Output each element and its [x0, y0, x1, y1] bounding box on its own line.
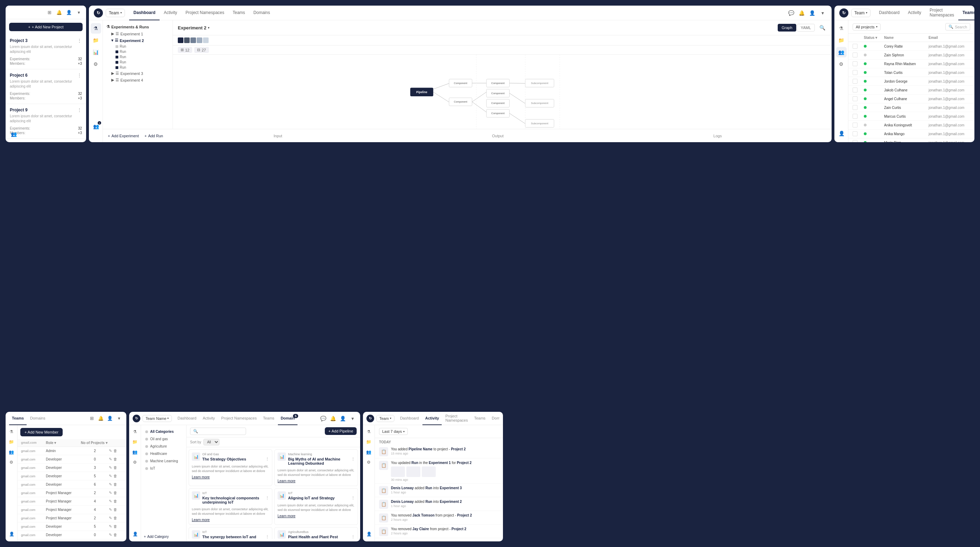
delete-icon[interactable]: 🗑: [113, 524, 117, 529]
team-selector[interactable]: Team ▾: [106, 9, 125, 17]
project-menu-3[interactable]: ⋮: [77, 38, 82, 43]
delete-icon[interactable]: 🗑: [113, 533, 117, 537]
search-icon[interactable]: 🔍: [818, 23, 827, 32]
graph-view-button[interactable]: Graph: [778, 24, 796, 32]
teams-tab-teams[interactable]: Teams: [958, 6, 974, 20]
domain-team-selector[interactable]: Team Name ▾: [142, 415, 172, 422]
col-name[interactable]: Name: [884, 36, 926, 40]
teams-sidebar-bottom-icon[interactable]: 👤: [836, 128, 846, 139]
domain-tab-activity[interactable]: Activity: [200, 412, 218, 425]
domain-notif-icon[interactable]: 🔔: [329, 414, 337, 423]
edit-icon[interactable]: ✎: [109, 507, 112, 512]
activity-team-selector[interactable]: Team ▾: [376, 415, 395, 422]
add-experiment-link[interactable]: + Add Experiment: [108, 134, 139, 138]
teams-tab-activity[interactable]: Activity: [904, 6, 925, 20]
add-run-link[interactable]: + Add Run: [145, 134, 163, 138]
ds-icon-1[interactable]: ⚗: [130, 427, 140, 436]
tab-domains[interactable]: Domains: [249, 6, 274, 20]
members-user-icon[interactable]: 👤: [106, 415, 114, 422]
edit-icon[interactable]: ✎: [109, 541, 112, 541]
card-menu[interactable]: ⋮: [351, 457, 355, 462]
domain-tab-domain[interactable]: Domain 5: [278, 412, 298, 425]
edit-icon[interactable]: ✎: [109, 499, 112, 504]
delete-icon[interactable]: 🗑: [113, 516, 117, 520]
domain-search-input[interactable]: 🔍: [190, 427, 246, 435]
domain-category-item[interactable]: Machine Learning: [141, 457, 186, 465]
edit-icon[interactable]: ✎: [109, 482, 112, 487]
card-menu[interactable]: ⋮: [351, 535, 355, 539]
teams-tab-dashboard[interactable]: Dashboard: [875, 6, 904, 20]
sidebar-folder-icon[interactable]: 📁: [91, 35, 101, 46]
members-bell-icon[interactable]: 🔔: [97, 415, 105, 422]
sort-select[interactable]: All: [204, 439, 220, 445]
sidebar-user-icon[interactable]: 👥 1: [91, 121, 101, 132]
edit-icon[interactable]: ✎: [109, 448, 112, 453]
row-checkbox[interactable]: [853, 131, 858, 136]
tree-experiment-2[interactable]: ▾ ☰ Experiment 2: [106, 37, 170, 44]
chat-icon[interactable]: 💬: [787, 9, 795, 17]
chevron-down-icon[interactable]: ▾: [818, 9, 827, 17]
members-tab-domains[interactable]: Domains: [27, 412, 48, 425]
delete-icon[interactable]: 🗑: [113, 541, 117, 541]
card-menu[interactable]: ⋮: [265, 535, 269, 539]
domain-category-item[interactable]: Healthcare: [141, 450, 186, 457]
as-icon-4[interactable]: ⚙: [364, 458, 374, 467]
bell-icon[interactable]: 🔔: [55, 8, 63, 16]
domain-tab-dashboard[interactable]: Dashboard: [175, 412, 199, 425]
bottom-user-icon[interactable]: 👥: [8, 129, 19, 139]
project-filter-selector[interactable]: All projects ▾: [853, 24, 881, 30]
act-tab-teams[interactable]: Teams: [471, 412, 488, 425]
edit-icon[interactable]: ✎: [109, 457, 112, 462]
domain-tab-namespaces[interactable]: Project Namespaces: [218, 412, 260, 425]
notif-icon[interactable]: 🔔: [797, 9, 806, 17]
tree-run-3[interactable]: Run: [106, 54, 170, 59]
teams-team-selector[interactable]: Team ▾: [851, 9, 870, 17]
chevron-icon[interactable]: ▾: [75, 8, 83, 16]
tree-experiment-1[interactable]: ▶ ☰ Experiment 1: [106, 30, 170, 37]
yaml-view-button[interactable]: YAML: [797, 24, 815, 32]
delete-icon[interactable]: 🗑: [113, 448, 117, 453]
delete-icon[interactable]: 🗑: [113, 474, 117, 478]
add-project-button[interactable]: + + Add New Project: [9, 23, 83, 31]
domain-category-item[interactable]: All Categories: [141, 428, 186, 435]
domain-category-item[interactable]: IoT: [141, 465, 186, 472]
experiment-selector[interactable]: Experiment 2 ▾: [178, 25, 209, 30]
delete-icon[interactable]: 🗑: [113, 507, 117, 512]
as-icon-bottom[interactable]: 👤: [364, 529, 374, 539]
learn-more-link[interactable]: Learn more: [278, 479, 295, 483]
tab-namespaces[interactable]: Project Namespaces: [181, 6, 229, 20]
tree-run-4[interactable]: Run: [106, 59, 170, 65]
tree-experiment-4[interactable]: ▶ ☰ Experiment 4: [106, 77, 170, 83]
project-menu-6[interactable]: ⋮: [77, 73, 82, 78]
row-checkbox[interactable]: [853, 70, 858, 75]
col-role-hdr[interactable]: Role ▾: [46, 441, 81, 445]
edit-icon[interactable]: ✎: [109, 516, 112, 520]
add-pipeline-button[interactable]: + Add Pipeline: [325, 427, 356, 435]
col-status[interactable]: Status ▾: [864, 36, 881, 40]
domain-chevron-icon[interactable]: ▾: [348, 414, 356, 423]
row-checkbox[interactable]: [853, 96, 858, 101]
edit-icon[interactable]: ✎: [109, 474, 112, 478]
card-menu[interactable]: ⋮: [265, 457, 269, 462]
teams-sidebar-icon-4[interactable]: ⚙: [836, 59, 846, 69]
teams-sidebar-icon-3[interactable]: 👥: [836, 47, 846, 57]
sidebar-experiment-icon[interactable]: ⚗: [91, 23, 101, 33]
teams-search-input[interactable]: 🔍 Search: [945, 23, 970, 30]
domain-profile-icon[interactable]: 👤: [339, 414, 347, 423]
row-checkbox[interactable]: [853, 123, 858, 128]
row-checkbox[interactable]: [853, 88, 858, 92]
row-checkbox[interactable]: [853, 53, 858, 57]
members-chevron-icon[interactable]: ▾: [115, 415, 123, 422]
delete-icon[interactable]: 🗑: [113, 457, 117, 462]
card-menu[interactable]: ⋮: [351, 496, 355, 501]
delete-icon[interactable]: 🗑: [113, 482, 117, 487]
domain-tab-teams[interactable]: Teams: [260, 412, 277, 425]
row-checkbox[interactable]: [853, 105, 858, 110]
row-checkbox[interactable]: [853, 61, 858, 66]
delete-icon[interactable]: 🗑: [113, 499, 117, 504]
teams-sidebar-icon-2[interactable]: 📁: [836, 35, 846, 46]
time-filter-selector[interactable]: Last 7 days ▾: [379, 428, 408, 435]
as-icon-3[interactable]: 👥: [364, 448, 374, 457]
project-menu-9[interactable]: ⋮: [77, 107, 82, 112]
ds-icon-4[interactable]: ⚙: [130, 458, 140, 467]
